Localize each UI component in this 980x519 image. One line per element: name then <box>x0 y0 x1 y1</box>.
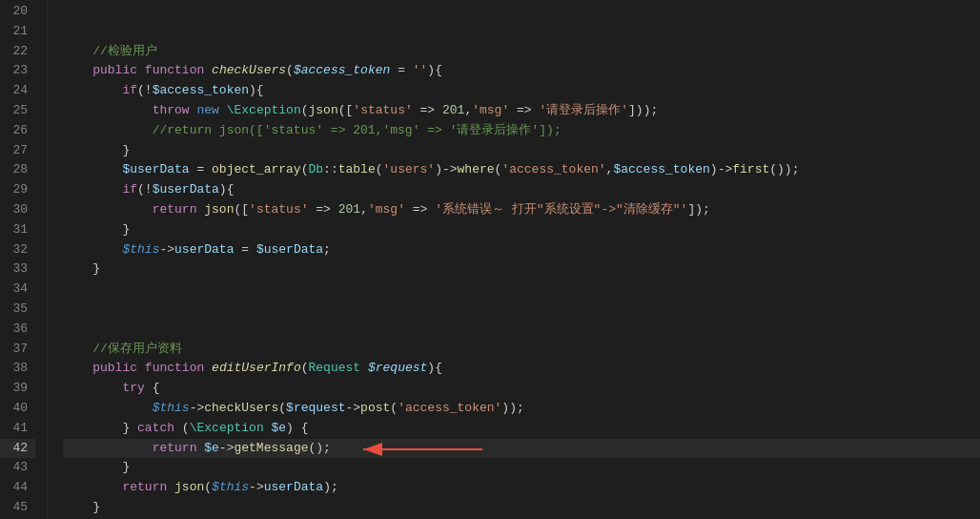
fn-object-array: object_array <box>212 160 301 180</box>
code-line-41: } catch (\Exception $e) { <box>63 419 980 439</box>
ln-24: 24 <box>0 81 35 101</box>
ln-28: 28 <box>0 160 35 180</box>
indent <box>63 200 153 220</box>
punct: ()); <box>769 160 799 180</box>
punct: (); <box>308 439 330 459</box>
ln-40: 40 <box>0 399 35 419</box>
var-access-token: $access_token <box>153 81 249 101</box>
sp <box>167 478 174 498</box>
indent <box>63 399 153 419</box>
ln-38: 38 <box>0 359 35 379</box>
sp <box>196 200 204 220</box>
punct: (! <box>137 180 153 200</box>
op: => <box>405 200 435 220</box>
var-userData3: $userData <box>256 240 323 260</box>
punct-brace: } <box>122 141 130 161</box>
ln-27: 27 <box>0 141 35 161</box>
prop-userData2: userData <box>264 478 323 498</box>
fn-table: table <box>338 160 376 180</box>
punct: (! <box>137 81 153 101</box>
kw-throw: throw <box>153 101 190 121</box>
kw-if: if <box>122 81 137 101</box>
punct: -> <box>219 439 235 459</box>
punct: ( <box>301 359 309 379</box>
str-access-token: 'access_token' <box>501 160 605 180</box>
punct: { <box>153 379 160 399</box>
punct: ){ <box>219 180 235 200</box>
punct: ( <box>301 160 309 180</box>
var-e2: $e <box>204 439 219 459</box>
ln-35: 35 <box>0 300 35 320</box>
code-line-38: public function editUserInfo(Request $re… <box>63 359 980 379</box>
op-assign: = <box>190 160 212 180</box>
this-kw3: $this <box>212 478 249 498</box>
indent <box>63 340 92 360</box>
code-line-44: return json($this->userData); <box>63 478 980 498</box>
comment-26: //return json(['status' => 201,'msg' => … <box>153 121 561 141</box>
kw-function: function <box>145 61 204 81</box>
indent <box>63 419 122 439</box>
punct: , <box>606 160 614 180</box>
param-request: $request <box>368 359 427 379</box>
code-line-32: $this->userData = $userData; <box>63 240 980 260</box>
punct: ){ <box>249 81 264 101</box>
sp <box>196 439 204 459</box>
punct: ([ <box>234 200 249 220</box>
indent <box>63 141 122 161</box>
indent <box>63 498 92 518</box>
sp <box>137 359 145 379</box>
fn-json3: json <box>174 478 204 498</box>
punct: -> <box>159 240 174 260</box>
str-access-token2: 'access_token' <box>398 399 501 419</box>
code-line-36 <box>63 320 980 340</box>
punct: ( <box>278 399 286 419</box>
code-line-31: } <box>63 220 980 240</box>
op-assign2: = <box>234 240 255 260</box>
indent <box>63 439 153 459</box>
punct: ; <box>323 240 331 260</box>
code-line-21 <box>63 22 980 42</box>
ln-42: 42 <box>0 439 35 459</box>
class-db: Db <box>308 160 323 180</box>
punct: )-> <box>435 160 457 180</box>
punct: , <box>464 101 472 121</box>
punct: ( <box>376 160 383 180</box>
punct: ){ <box>427 359 442 379</box>
ln-26: 26 <box>0 121 35 141</box>
code-line-40: $this->checkUsers($request->post('access… <box>63 399 980 419</box>
punct-close: ){ <box>427 61 442 81</box>
indent <box>63 121 153 141</box>
fn-editUserInfo: editUserInfo <box>212 359 301 379</box>
punct-brace2: } <box>122 220 130 240</box>
indent <box>63 101 153 121</box>
kw-public2: public <box>92 359 137 379</box>
ln-45: 45 <box>0 498 35 518</box>
code-content: //检验用户 public function checkUsers($acces… <box>48 0 980 519</box>
num-201-2: 201 <box>338 200 360 220</box>
str-status: 'status' <box>353 101 412 121</box>
var-userData2: $userData <box>153 180 219 200</box>
indent <box>63 240 122 260</box>
ln-37: 37 <box>0 340 35 360</box>
var-e: $e <box>272 419 287 439</box>
ln-20: 20 <box>0 2 35 22</box>
indent <box>63 61 92 81</box>
punct: )-> <box>710 160 732 180</box>
punct-brace4: } <box>122 458 130 478</box>
str-users: 'users' <box>383 160 436 180</box>
fn-post: post <box>360 399 390 419</box>
code-line-34 <box>63 280 980 300</box>
class-exception2: \Exception <box>190 419 264 439</box>
sp <box>145 379 153 399</box>
kw-if2: if <box>122 180 137 200</box>
ln-21: 21 <box>0 22 35 42</box>
kw-return: return <box>153 200 197 220</box>
kw-return2: return <box>153 439 197 459</box>
fn-first: first <box>732 160 769 180</box>
param-access-token: $access_token <box>294 61 390 81</box>
indent <box>63 359 92 379</box>
str-msg: 'msg' <box>472 101 509 121</box>
punct: ) { <box>286 419 308 439</box>
punct: ( <box>204 478 212 498</box>
fn-json2: json <box>204 200 234 220</box>
